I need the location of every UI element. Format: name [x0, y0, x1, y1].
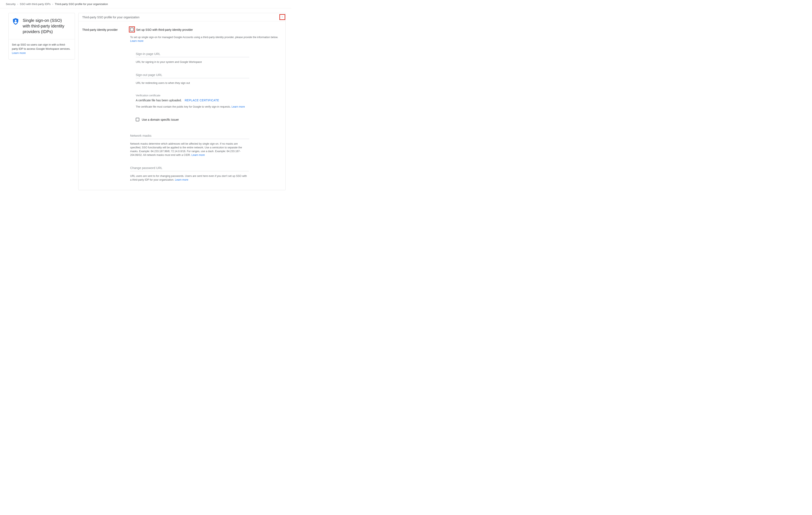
verification-cert-status-line: A certificate file has been uploaded. RE…	[136, 99, 249, 102]
replace-certificate-button[interactable]: REPLACE CERTIFICATE	[185, 99, 219, 102]
sign-in-url-input[interactable]: Sign-in page URL	[136, 52, 249, 57]
setup-sso-help: To set up single sign-on for managed Goo…	[130, 35, 282, 43]
sso-info-card: Single sign-on (SSO) with third-party id…	[8, 13, 75, 60]
chevron-right-icon: ›	[17, 3, 18, 6]
chevron-up-icon	[281, 16, 284, 19]
breadcrumb-security[interactable]: Security	[6, 2, 16, 6]
change-password-url-caption-text: URL users are sent to for changing passw…	[130, 175, 247, 181]
verification-cert-caption: The certificate file must contain the pu…	[136, 105, 249, 109]
card-description-text: Set up SSO so users can sign in with a t…	[12, 43, 70, 50]
svg-point-0	[15, 20, 17, 22]
card-title: Single sign-on (SSO) with third-party id…	[23, 18, 70, 34]
setup-sso-checkbox[interactable]	[130, 28, 134, 31]
card-learn-more-link[interactable]: Learn more	[12, 51, 26, 55]
shield-user-icon	[12, 18, 19, 26]
network-masks-caption: Network masks determine which addresses …	[130, 142, 249, 157]
setup-sso-help-text: To set up single sign-on for managed Goo…	[130, 36, 278, 39]
setup-sso-label: Set up SSO with third-party identity pro…	[136, 28, 193, 32]
verification-cert-caption-text: The certificate file must contain the pu…	[136, 105, 232, 108]
setup-sso-highlight	[129, 26, 135, 32]
panel-title: Third-party SSO profile for your organiz…	[82, 16, 140, 19]
setup-sso-learn-more-link[interactable]: Learn more	[130, 39, 143, 42]
breadcrumb: Security › SSO with third-party IDPs › T…	[0, 0, 291, 8]
verification-cert-learn-more-link[interactable]: Learn more	[232, 105, 245, 108]
network-masks-input[interactable]: Network masks	[130, 134, 249, 139]
collapse-panel-button[interactable]	[280, 14, 285, 20]
section-label: Third-party identity provider	[82, 28, 128, 182]
network-masks-caption-text: Network masks determine which addresses …	[130, 142, 242, 156]
network-masks-learn-more-link[interactable]: Learn more	[192, 154, 205, 156]
sign-in-url-caption: URL for signing in to your system and Go…	[136, 60, 249, 64]
verification-cert-status: A certificate file has been uploaded.	[136, 99, 182, 102]
card-description: Set up SSO so users can sign in with a t…	[8, 39, 75, 59]
change-password-url-input[interactable]: Change password URL	[130, 166, 249, 171]
sign-out-url-input[interactable]: Sign-out page URL	[136, 73, 249, 78]
domain-specific-issuer-checkbox[interactable]	[136, 118, 139, 121]
chevron-right-icon: ›	[52, 3, 53, 6]
sign-out-url-caption: URL for redirecting users to when they s…	[136, 81, 249, 85]
breadcrumb-sso-idps[interactable]: SSO with third-party IDPs	[20, 2, 51, 6]
verification-cert-label: Verification certificate	[136, 94, 249, 97]
panel-header: Third-party SSO profile for your organiz…	[79, 13, 286, 22]
change-password-url-caption: URL users are sent to for changing passw…	[130, 174, 249, 182]
breadcrumb-current: Third-party SSO profile for your organiz…	[55, 2, 108, 6]
change-password-learn-more-link[interactable]: Learn more	[175, 178, 188, 181]
sso-profile-panel: Third-party SSO profile for your organiz…	[78, 13, 286, 190]
domain-specific-issuer-label: Use a domain specific issuer	[142, 118, 179, 121]
